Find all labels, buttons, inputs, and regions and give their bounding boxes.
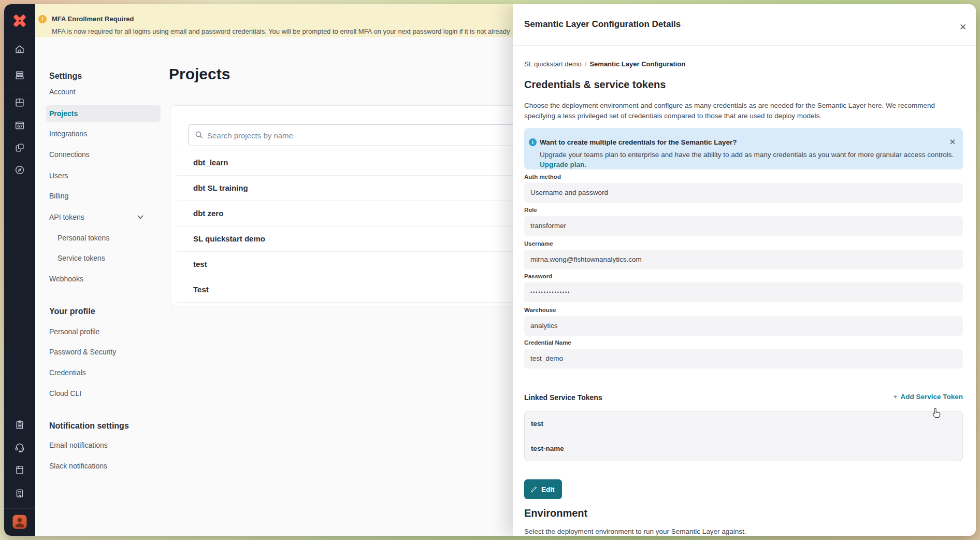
breadcrumb-parent[interactable]: SL quickstart demo xyxy=(524,60,582,68)
token-row[interactable]: test xyxy=(525,411,962,436)
project-list: dbt_learn dbt SL training dbt zero SL qu… xyxy=(177,150,554,303)
section-description: Choose the deployment environment and co… xyxy=(524,101,963,121)
plus-icon: + xyxy=(893,393,898,401)
field-value: Username and password xyxy=(524,183,963,203)
search-input[interactable] xyxy=(206,125,540,146)
field-value: transformer xyxy=(524,216,963,236)
sidebar-item-connections[interactable]: Connections xyxy=(49,147,90,162)
info-icon: i xyxy=(529,138,537,146)
edit-button-label: Edit xyxy=(541,486,555,493)
app-window: ! MFA Enrollment Required MFA is now req… xyxy=(4,4,976,536)
panel-header: Semantic Layer Configuration Details ✕ xyxy=(513,4,976,46)
settings-nav-header: Settings xyxy=(49,68,82,84)
copy-icon[interactable] xyxy=(14,142,25,153)
sidebar-item-cloud-cli[interactable]: Cloud CLI xyxy=(49,386,81,401)
project-row[interactable]: dbt zero xyxy=(177,201,554,226)
project-row[interactable]: Test xyxy=(177,277,554,303)
banner-message: MFA is now required for all logins using… xyxy=(52,27,510,35)
environment-heading: Environment xyxy=(524,507,587,519)
field-value: test_demo xyxy=(524,349,963,368)
linked-tokens-list: test test-name xyxy=(524,411,963,461)
dashboards-icon[interactable] xyxy=(14,97,25,108)
projects-card: dbt_learn dbt SL training dbt zero SL qu… xyxy=(170,105,554,306)
dbt-logo[interactable] xyxy=(11,12,28,30)
field-label: Username xyxy=(524,240,553,247)
field-label: Warehouse xyxy=(524,307,556,314)
field-value: mirna.wong@fishtownanalytics.com xyxy=(524,250,963,269)
sidebar-item-personal-tokens[interactable]: Personal tokens xyxy=(57,230,109,246)
field-label: Password xyxy=(524,273,552,280)
field-label: Auth method xyxy=(524,174,561,180)
sidebar-divider xyxy=(4,35,35,35)
sidebar-item-password-security[interactable]: Password & Security xyxy=(49,344,116,360)
sidebar-item-email-notifications[interactable]: Email notifications xyxy=(49,437,108,453)
panel-title: Semantic Layer Configuration Details xyxy=(524,19,681,30)
environment-description: Select the deployment environment to run… xyxy=(524,528,746,535)
field-label: Credential Name xyxy=(524,339,571,346)
chevron-down-icon[interactable] xyxy=(136,213,145,221)
edit-button[interactable]: Edit xyxy=(524,479,562,499)
banner-title: MFA Enrollment Required xyxy=(52,15,134,23)
notes-icon[interactable] xyxy=(14,419,25,431)
avatar[interactable] xyxy=(13,515,27,529)
upgrade-info-box: i Want to create multiple credentials fo… xyxy=(524,128,963,169)
warning-icon: ! xyxy=(38,15,47,23)
home-icon[interactable] xyxy=(14,44,25,55)
sidebar-item-personal-profile[interactable]: Personal profile xyxy=(49,324,99,339)
sidebar-item-slack-notifications[interactable]: Slack notifications xyxy=(49,458,107,474)
organization-icon[interactable] xyxy=(14,488,25,499)
docs-icon[interactable] xyxy=(14,464,25,476)
semantic-layer-panel: Semantic Layer Configuration Details ✕ S… xyxy=(513,4,976,536)
token-row[interactable]: test-name xyxy=(525,436,962,461)
project-row[interactable]: dbt SL training xyxy=(177,176,554,201)
section-title: Credentials & service tokens xyxy=(524,79,666,91)
upgrade-plan-link[interactable]: Upgrade plan. xyxy=(540,161,586,168)
project-row[interactable]: test xyxy=(177,252,554,277)
sidebar-item-users[interactable]: Users xyxy=(49,168,68,183)
info-close-icon[interactable]: ✕ xyxy=(947,137,958,147)
breadcrumb-separator: / xyxy=(585,60,587,68)
add-service-token-button[interactable]: +Add Service Token xyxy=(893,393,963,401)
search-icon xyxy=(195,131,203,139)
develop-icon[interactable] xyxy=(14,120,25,131)
field-value: ••••••••••••••• xyxy=(524,282,963,302)
linked-tokens-header: Linked Service Tokens xyxy=(524,393,602,402)
sidebar-item-billing[interactable]: Billing xyxy=(49,188,68,204)
field-label: Role xyxy=(524,207,537,214)
info-box-title: Want to create multiple credentials for … xyxy=(540,138,737,146)
project-search xyxy=(188,124,552,146)
deploy-icon[interactable] xyxy=(14,69,25,81)
sidebar-item-api-tokens[interactable]: API tokens xyxy=(49,209,84,225)
sidebar-item-webhooks[interactable]: Webhooks xyxy=(49,271,83,287)
page-title: Projects xyxy=(169,65,230,83)
project-row[interactable]: SL quickstart demo xyxy=(177,226,554,252)
breadcrumb: SL quickstart demo/Semantic Layer Config… xyxy=(524,60,685,68)
sidebar-item-account[interactable]: Account xyxy=(49,84,76,100)
add-service-token-label: Add Service Token xyxy=(900,393,963,401)
sidebar-item-projects[interactable]: Projects xyxy=(49,106,78,121)
explore-icon[interactable] xyxy=(14,164,25,176)
project-row[interactable]: dbt_learn xyxy=(177,150,554,176)
sidebar-divider xyxy=(4,508,35,509)
breadcrumb-current: Semantic Layer Configuration xyxy=(589,60,685,68)
sidebar-item-service-tokens[interactable]: Service tokens xyxy=(57,250,105,266)
sidebar-item-credentials[interactable]: Credentials xyxy=(49,365,86,380)
sidebar-divider xyxy=(4,90,35,90)
close-icon[interactable]: ✕ xyxy=(957,22,969,33)
pencil-icon xyxy=(530,486,538,493)
support-icon[interactable] xyxy=(14,442,25,453)
field-value: analytics xyxy=(524,316,963,336)
profile-nav-header: Your profile xyxy=(49,304,95,319)
notifications-nav-header: Notification settings xyxy=(49,418,129,434)
info-box-body: Upgrade your teams plan to enterprise an… xyxy=(540,151,954,159)
sidebar-item-integrations[interactable]: Integrations xyxy=(49,126,87,141)
icon-sidebar xyxy=(4,4,35,536)
